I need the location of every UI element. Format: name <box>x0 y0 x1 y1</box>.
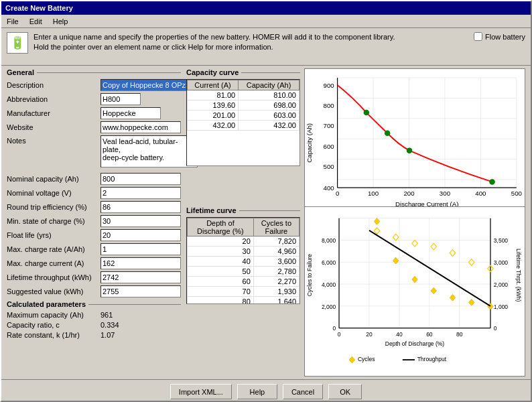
svg-text:Depth of Discharge (%): Depth of Discharge (%) <box>385 340 445 347</box>
import-xml-button[interactable]: Import XML... <box>170 384 232 399</box>
table-row: 801,640 <box>188 297 300 305</box>
window-title: Create New Battery <box>5 4 73 12</box>
max-charge-rate-input[interactable] <box>101 243 181 255</box>
svg-text:900: 900 <box>324 82 335 89</box>
svg-text:Capacity (Ah): Capacity (Ah) <box>306 123 313 163</box>
capacity-col-current: Current (A) <box>188 80 239 90</box>
lifetime-table-container[interactable]: Depth ofDischarge (%) Cycles toFailure 2… <box>186 217 300 304</box>
toolbar-line1: Enter a unique name and specify the prop… <box>34 32 468 42</box>
table-row: 403,600 <box>188 257 300 267</box>
description-field <box>101 79 198 91</box>
right-panel: Capacity curve Current (A) Capacity (Ah)… <box>186 68 525 377</box>
help-button[interactable]: Help <box>237 384 277 399</box>
svg-text:0: 0 <box>338 331 341 338</box>
svg-text:3,000: 3,000 <box>494 259 509 266</box>
svg-rect-0 <box>305 70 525 220</box>
bottom-bar: Import XML... Help Cancel OK <box>1 379 531 402</box>
rate-constant-row: Rate constant, k (1/hr) 1.07 <box>7 331 181 339</box>
max-charge-rate-label: Max. charge rate (A/Ah) <box>7 245 101 253</box>
table-row: 602,270 <box>188 277 300 287</box>
lifetime-throughput-row: Lifetime throughput (kWh) <box>7 271 181 283</box>
svg-text:400: 400 <box>475 190 486 197</box>
notes-input[interactable]: Veal lead-acid, tubular-plate, deep-cycl… <box>101 135 198 168</box>
svg-text:Cycles: Cycles <box>358 356 375 362</box>
capacity-table-section: Capacity curve Current (A) Capacity (Ah)… <box>186 68 300 202</box>
flow-battery-checkbox[interactable] <box>474 32 482 41</box>
min-soc-input[interactable] <box>101 215 181 227</box>
nominal-capacity-label: Nominal capacity (Ah) <box>7 175 101 183</box>
lifetime-chart: 0 2,000 4,000 6,000 8,000 0 1,000 2,000 … <box>304 206 525 377</box>
manufacturer-field <box>101 107 181 119</box>
rate-constant-value: 1.07 <box>101 331 115 339</box>
main-content: General Description Abbreviation Manufac… <box>1 66 531 379</box>
menu-file[interactable]: File <box>4 17 21 26</box>
round-trip-row: Round trip efficiency (%) <box>7 201 181 213</box>
description-row: Description <box>7 79 181 91</box>
float-life-input[interactable] <box>101 229 181 241</box>
website-input[interactable] <box>101 121 181 133</box>
round-trip-label: Round trip efficiency (%) <box>7 203 101 211</box>
cancel-button[interactable]: Cancel <box>283 384 323 399</box>
round-trip-input[interactable] <box>101 201 181 213</box>
max-charge-current-input[interactable] <box>101 257 181 269</box>
general-section: General Description Abbreviation Manufac… <box>7 68 181 169</box>
min-soc-row: Min. state of charge (%) <box>7 215 181 227</box>
manufacturer-label: Manufacturer <box>7 109 101 117</box>
lifetime-table-section: Lifetime curve Depth ofDischarge (%) Cyc… <box>186 206 300 377</box>
svg-point-32 <box>489 179 495 185</box>
capacity-ratio-value: 0.334 <box>101 321 119 329</box>
nominal-voltage-row: Nominal voltage (V) <box>7 187 181 199</box>
svg-text:80: 80 <box>456 331 463 338</box>
abbreviation-input[interactable] <box>101 93 141 105</box>
table-row: 432.00432.00 <box>188 121 300 131</box>
svg-text:0: 0 <box>494 325 497 332</box>
calc-section: Calculated parameters Maximum capacity (… <box>7 300 181 339</box>
toolbar-line2: Hold the pointer over an element name or… <box>34 42 468 52</box>
svg-text:0: 0 <box>332 325 336 332</box>
notes-label: Notes <box>7 135 101 145</box>
lifetime-chart-svg: 0 2,000 4,000 6,000 8,000 0 1,000 2,000 … <box>305 207 525 376</box>
flow-battery-container: Flow battery <box>474 32 525 41</box>
nominal-capacity-input[interactable] <box>101 173 181 185</box>
description-input[interactable] <box>101 79 198 91</box>
max-capacity-value: 961 <box>101 311 113 319</box>
svg-text:2,000: 2,000 <box>494 281 509 288</box>
calc-label: Calculated parameters <box>7 300 181 308</box>
table-row: 207,820 <box>188 237 300 247</box>
capacity-curve-section: Capacity curve Current (A) Capacity (Ah)… <box>186 68 525 202</box>
nominal-capacity-row: Nominal capacity (Ah) <box>7 173 181 185</box>
ok-button[interactable]: OK <box>328 384 362 399</box>
table-row: 701,930 <box>188 287 300 297</box>
menu-help[interactable]: Help <box>50 17 71 26</box>
capacity-table: Current (A) Capacity (Ah) 81.00810.00139… <box>187 80 300 131</box>
main-window: Create New Battery File Edit Help 🔋 Ente… <box>0 0 532 402</box>
menu-bar: File Edit Help <box>1 15 531 28</box>
svg-text:60: 60 <box>426 331 433 338</box>
capacity-col-capacity: Capacity (Ah) <box>239 80 300 90</box>
svg-text:40: 40 <box>396 331 403 338</box>
svg-text:4,000: 4,000 <box>322 281 336 288</box>
lifetime-col-cycles: Cycles toFailure <box>253 218 299 237</box>
lifetime-curve-label: Lifetime curve <box>186 206 300 214</box>
lifetime-chart-container: 0 2,000 4,000 6,000 8,000 0 1,000 2,000 … <box>304 206 525 377</box>
svg-text:6,000: 6,000 <box>322 259 336 266</box>
lifetime-col-depth: Depth ofDischarge (%) <box>188 218 254 237</box>
capacity-curve-label: Capacity curve <box>186 68 300 76</box>
rate-constant-label: Rate constant, k (1/hr) <box>7 331 101 339</box>
max-charge-current-row: Max. charge current (A) <box>7 257 181 269</box>
battery-icon: 🔋 <box>7 32 28 54</box>
table-row: 304,960 <box>188 247 300 257</box>
suggested-value-label: Suggested value (kWh) <box>7 287 101 295</box>
manufacturer-row: Manufacturer <box>7 107 181 119</box>
manufacturer-input[interactable] <box>101 107 161 119</box>
lifetime-throughput-input[interactable] <box>101 271 181 283</box>
params-section: Nominal capacity (Ah) Nominal voltage (V… <box>7 173 181 297</box>
svg-point-31 <box>407 147 413 153</box>
suggested-value-input[interactable] <box>101 285 181 297</box>
menu-edit[interactable]: Edit <box>27 17 45 26</box>
svg-text:0: 0 <box>336 190 340 197</box>
capacity-table-container[interactable]: Current (A) Capacity (Ah) 81.00810.00139… <box>186 79 300 166</box>
float-life-row: Float life (yrs) <box>7 229 181 241</box>
svg-text:700: 700 <box>324 122 335 129</box>
nominal-voltage-input[interactable] <box>101 187 181 199</box>
